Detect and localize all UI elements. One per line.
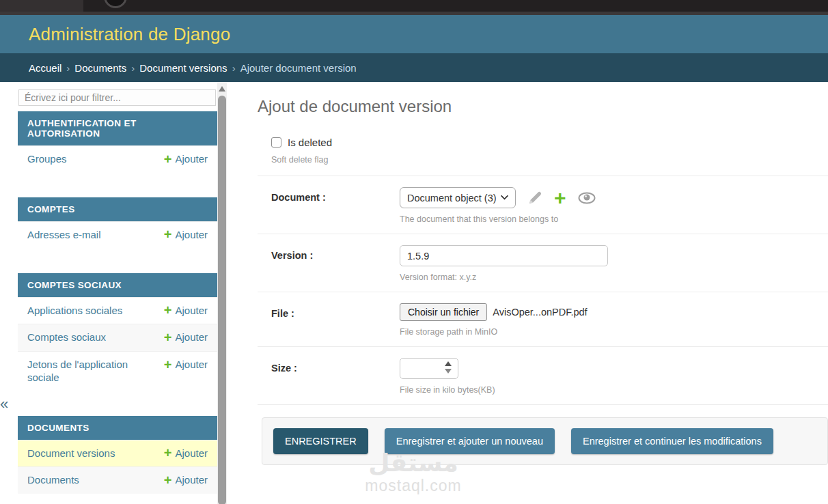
add-documents-link[interactable]: +Ajouter [164, 474, 208, 486]
field-size: Size : File size in kilo bytes(KB) [258, 347, 828, 405]
breadcrumb-separator: › [66, 62, 70, 74]
save-and-add-button[interactable]: Enregistrer et ajouter un nouveau [385, 428, 555, 454]
size-label: Size : [271, 358, 400, 374]
module-documents: DOCUMENTS Document versions +Ajouter Doc… [18, 416, 217, 494]
sidebar-item-documents: Documents +Ajouter [18, 466, 217, 494]
page-title: Ajout de document version [258, 97, 828, 116]
sidebar-collapse-icon[interactable]: « [0, 395, 8, 413]
app-header: Administration de Django [0, 15, 828, 53]
add-label: Ajouter [175, 305, 208, 316]
spinner-up-icon[interactable] [445, 361, 452, 366]
number-spinner[interactable] [445, 361, 452, 374]
field-is-deleted: Is deleted Soft delete flag [258, 137, 828, 176]
save-and-continue-button[interactable]: Enregistrer et continuer les modificatio… [571, 428, 773, 454]
field-document: Document : Document object (3) + [258, 176, 828, 234]
sidebar: « AUTHENTIFICATION ET AUTORISATION Group… [0, 82, 227, 504]
breadcrumb-accueil[interactable]: Accueil [29, 62, 61, 74]
add-groupes-link[interactable]: +Ajouter [164, 153, 208, 165]
field-version: Version : Version format: x.y.z [258, 234, 828, 292]
comptes-sociaux-link[interactable]: Comptes sociaux [27, 331, 106, 344]
sidebar-item-groupes: Groupes +Ajouter [18, 145, 217, 173]
plus-icon: + [164, 333, 172, 342]
add-label: Ajouter [175, 153, 208, 165]
app-title: Administration de Django [29, 24, 230, 45]
add-adresses-email-link[interactable]: +Ajouter [164, 229, 208, 240]
scrollbar-thumb[interactable] [218, 96, 226, 504]
sidebar-item-applications-sociales: Applications sociales +Ajouter [18, 297, 217, 324]
file-label: File : [271, 303, 400, 319]
spinner-down-icon[interactable] [445, 369, 452, 374]
sidebar-item-jetons-application: Jetons de l'application sociale +Ajouter [18, 351, 217, 391]
add-document-versions-link[interactable]: +Ajouter [164, 447, 208, 459]
module-caption[interactable]: AUTHENTIFICATION ET AUTORISATION [18, 111, 217, 145]
sidebar-filter-input[interactable] [18, 89, 216, 106]
plus-icon: + [164, 229, 172, 239]
submit-row: ENREGISTRER Enregistrer et ajouter un no… [262, 417, 828, 465]
document-versions-link[interactable]: Document versions [27, 447, 115, 460]
sidebar-item-comptes-sociaux: Comptes sociaux +Ajouter [18, 324, 217, 351]
breadcrumb-separator: › [232, 62, 236, 74]
module-caption[interactable]: COMPTES SOCIAUX [18, 273, 217, 297]
groupes-link[interactable]: Groupes [27, 153, 67, 166]
module-caption[interactable]: COMPTES [18, 197, 217, 221]
add-jetons-application-link[interactable]: +Ajouter [164, 359, 208, 370]
plus-icon: + [164, 475, 172, 485]
chevron-down-icon [501, 195, 508, 200]
add-applications-sociales-link[interactable]: +Ajouter [164, 305, 208, 316]
module-comptes: COMPTES Adresses e-mail +Ajouter [18, 197, 217, 249]
view-eye-icon[interactable] [578, 192, 596, 204]
module-caption[interactable]: DOCUMENTS [18, 416, 217, 440]
page: Administration de Django Accueil › Docum… [0, 0, 828, 504]
add-comptes-sociaux-link[interactable]: +Ajouter [164, 331, 208, 343]
module-authentification: AUTHENTIFICATION ET AUTORISATION Groupes… [18, 111, 217, 173]
size-input[interactable] [400, 358, 458, 379]
documents-link[interactable]: Documents [27, 474, 79, 487]
choose-file-button[interactable]: Choisir un fichier [400, 303, 487, 321]
document-help: The document that this version belongs t… [400, 214, 596, 224]
sidebar-scrollbar[interactable] [217, 82, 227, 504]
add-label: Ajouter [175, 229, 208, 240]
size-help: File size in kilo bytes(KB) [400, 385, 495, 395]
breadcrumb-document-versions[interactable]: Document versions [139, 62, 227, 74]
save-button[interactable]: ENREGISTRER [273, 428, 368, 454]
sidebar-item-document-versions: Document versions +Ajouter [18, 440, 217, 467]
breadcrumb-separator: › [131, 62, 135, 74]
is-deleted-label: Is deleted [288, 137, 332, 148]
jetons-application-link[interactable]: Jetons de l'application sociale [27, 359, 154, 384]
breadcrumb: Accueil › Documents › Document versions … [0, 53, 828, 82]
edit-pencil-icon[interactable] [527, 191, 542, 206]
plus-icon: + [164, 360, 172, 369]
plus-icon: + [164, 154, 172, 164]
document-label: Document : [271, 187, 400, 203]
is-deleted-help: Soft delete flag [271, 155, 828, 165]
module-comptes-sociaux: COMPTES SOCIAUX Applications sociales +A… [18, 273, 217, 391]
sidebar-item-adresses-email: Adresses e-mail +Ajouter [18, 221, 217, 249]
version-help: Version format: x.y.z [400, 272, 608, 282]
file-help: File storage path in MinIO [400, 327, 588, 337]
main-content: Ajout de document version Is deleted Sof… [227, 82, 828, 504]
document-select-value: Document object (3) [407, 193, 501, 204]
add-label: Ajouter [175, 331, 208, 343]
is-deleted-checkbox[interactable] [271, 137, 281, 148]
scrollbar-up-arrow-icon[interactable] [219, 86, 225, 92]
breadcrumb-documents[interactable]: Documents [74, 62, 126, 74]
plus-icon: + [164, 305, 172, 315]
add-label: Ajouter [175, 447, 208, 459]
adresses-email-link[interactable]: Adresses e-mail [27, 229, 101, 242]
applications-sociales-link[interactable]: Applications sociales [27, 305, 122, 318]
breadcrumb-current: Ajouter document version [240, 62, 357, 74]
chrome-left-segment [0, 0, 83, 12]
browser-chrome-bar [0, 0, 828, 15]
document-select[interactable]: Document object (3) [400, 187, 516, 208]
add-label: Ajouter [175, 474, 208, 486]
version-label: Version : [271, 245, 400, 261]
field-file: File : Choisir un fichier AvisOper...onP… [258, 292, 828, 347]
plus-icon: + [164, 448, 172, 458]
add-label: Ajouter [175, 359, 208, 370]
version-input[interactable] [400, 245, 608, 266]
file-name: AvisOper...onPDF.pdf [493, 307, 587, 318]
chrome-circle-decoration [104, 0, 127, 8]
add-related-icon[interactable]: + [554, 191, 566, 205]
